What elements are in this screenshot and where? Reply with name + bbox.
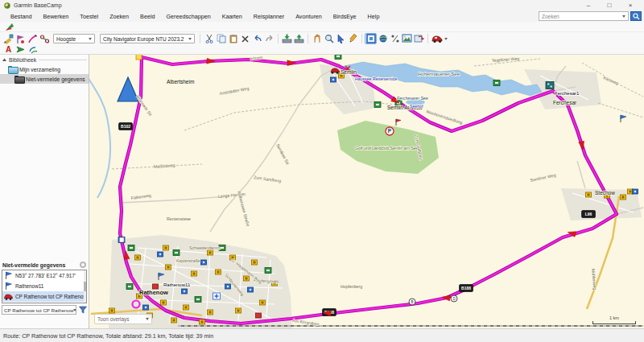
list-item[interactable]: Rathenow11 [2,281,86,291]
minimize-button[interactable]: – [578,0,599,10]
map-gbox-icon[interactable] [493,80,500,86]
paste-button[interactable] [227,33,239,44]
map-gbox-icon[interactable] [374,102,381,108]
map-ybox-icon[interactable] [236,308,242,313]
profile-view-button[interactable] [389,33,401,44]
map-ybox-icon[interactable] [163,245,169,250]
list-filter-dropdown[interactable]: CP Rathenow tot CP Rathenow [2,305,76,315]
map-ybox-icon[interactable] [244,276,250,281]
map-bbox-icon[interactable] [633,189,638,194]
pan-tool-button[interactable] [311,33,323,44]
search-dropdown-icon[interactable] [622,15,625,18]
new-adventure-button[interactable] [3,21,15,32]
show-overlays-dropdown[interactable]: Toon overlays [94,314,152,324]
globe-view-button[interactable] [377,33,389,44]
menu-birdseye[interactable]: BirdsEye [328,11,362,22]
map-circ-icon[interactable]: B [409,299,415,305]
map-ybox-icon[interactable] [192,271,197,276]
map-ybox-icon[interactable] [109,308,115,313]
map-park-icon[interactable]: P [386,127,394,135]
detail-level-dropdown[interactable]: Hoogste [53,34,95,43]
cut-button[interactable] [203,33,215,44]
menu-reisplanner[interactable]: Reisplanner [248,11,290,22]
route-tool-button[interactable] [14,33,27,44]
list-item[interactable]: CP Rathenow tot CP Rathenow [2,291,86,302]
recalculate-button[interactable] [27,44,39,56]
map-gbox-icon[interactable] [335,55,341,60]
map-gbox-icon[interactable] [128,245,134,251]
search-input[interactable]: Zoeken [539,11,629,21]
trip-tool-button[interactable] [39,33,51,44]
sidebar-item-my-collection[interactable]: Mijn verzameling [0,64,89,74]
gear-icon[interactable] [80,262,86,268]
menu-avonturen[interactable]: Avonturen [290,11,328,22]
menu-bestand[interactable]: Bestand [5,11,37,22]
search-button[interactable] [630,11,642,21]
map-rbox-icon[interactable] [256,313,262,318]
map-ybox-icon[interactable] [252,260,258,265]
maximize-button[interactable]: □ [599,0,620,10]
map-ybox-icon[interactable] [208,310,213,315]
sidebar-item-unlisted-data[interactable]: Niet-vermelde gegevens [0,74,89,84]
map-gbox-icon[interactable] [173,250,180,256]
vehicle-dropdown-icon[interactable] [444,38,448,40]
map-bbox-icon[interactable] [225,284,231,289]
menu-gereedschappen[interactable]: Gereedschappen [161,11,217,22]
map-shield-icon[interactable]: B188 [460,285,473,292]
map-canvas[interactable]: PB102L96B188B188BDM AlbertsheimSemlinSem… [89,55,644,328]
menu-help[interactable]: Help [362,11,386,22]
map-gbox-icon[interactable] [265,268,271,274]
map-bbox-icon[interactable] [143,305,149,310]
map-bbox-icon[interactable] [158,252,163,257]
vehicle-profile-button[interactable] [431,33,443,44]
map-ybox-icon[interactable] [260,300,266,305]
undo-button[interactable] [251,33,263,44]
menu-bewerken[interactable]: Bewerken [37,11,74,22]
map-hosp-icon[interactable] [213,293,221,299]
menu-beeld[interactable]: Beeld [134,11,160,22]
map-circ-icon[interactable]: D [451,295,457,302]
menu-zoeken[interactable]: Zoeken [104,11,134,22]
map-bbox-icon[interactable] [248,287,254,292]
delete-button[interactable] [239,33,251,44]
waypoint-tool-button[interactable] [2,33,14,44]
map-gbox-icon[interactable] [195,297,201,303]
map-ybox-icon[interactable] [166,265,171,270]
redo-button[interactable] [263,33,275,44]
library-header[interactable]: Bibliotheek [0,55,89,64]
select-route-button[interactable] [14,44,27,56]
map-ybox-icon[interactable] [208,250,213,255]
map-mus-icon[interactable]: M [118,237,125,243]
copy-button[interactable] [215,33,227,44]
map-ybox-icon[interactable] [161,300,167,305]
map-bbox-icon[interactable] [182,289,188,294]
map-ybox-icon[interactable] [135,255,141,260]
map-ybox-icon[interactable] [621,195,626,200]
measure-tool-button[interactable] [347,33,359,44]
label-tool-button[interactable]: A [2,44,14,56]
refresh-map-button[interactable] [413,33,425,44]
track-tool-button[interactable] [27,33,39,44]
map-ybox-icon[interactable] [171,318,177,323]
map-ybox-icon[interactable] [216,270,221,274]
map-bbox-icon[interactable] [201,260,207,265]
map-ybox-icon[interactable] [586,192,592,197]
map-ybox-icon[interactable] [184,305,189,310]
close-button[interactable]: × [620,0,641,10]
map-ybox-icon[interactable] [200,319,205,324]
map-wpbox-icon[interactable] [546,82,554,89]
select-tool-button[interactable] [335,33,347,44]
filter-funnel-icon[interactable] [79,306,87,314]
menu-kaarten[interactable]: Kaarten [217,11,248,22]
send-to-device-button[interactable] [281,33,293,44]
zoom-tool-button[interactable] [323,33,335,44]
map-product-dropdown[interactable]: City Navigator Europe NTU 2023.2 [100,34,195,43]
menu-toestel[interactable]: Toestel [74,11,104,22]
list-item[interactable]: N53° 27.783' E12° 47.917' [2,270,86,281]
receive-from-device-button[interactable] [293,33,305,44]
list-scrollbar[interactable] [84,270,86,303]
map-detail-toggle-button[interactable] [365,33,377,44]
map-gbox-icon[interactable] [126,284,133,290]
map-bbox-icon[interactable] [331,77,336,82]
map-ymark-icon[interactable] [136,55,142,60]
